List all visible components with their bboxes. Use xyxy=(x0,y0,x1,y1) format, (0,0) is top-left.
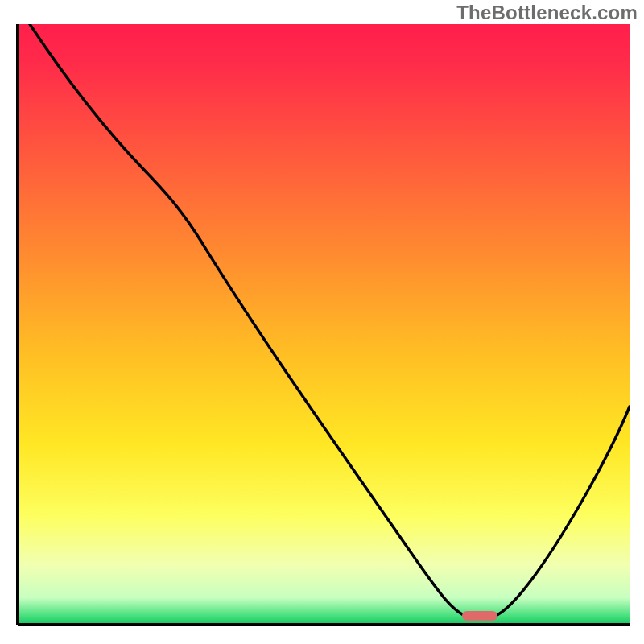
plot-background xyxy=(18,24,630,625)
watermark-text: TheBottleneck.com xyxy=(456,2,638,24)
optimal-marker xyxy=(462,611,497,621)
chart-stage: TheBottleneck.com xyxy=(0,0,644,644)
bottleneck-chart xyxy=(0,0,644,644)
